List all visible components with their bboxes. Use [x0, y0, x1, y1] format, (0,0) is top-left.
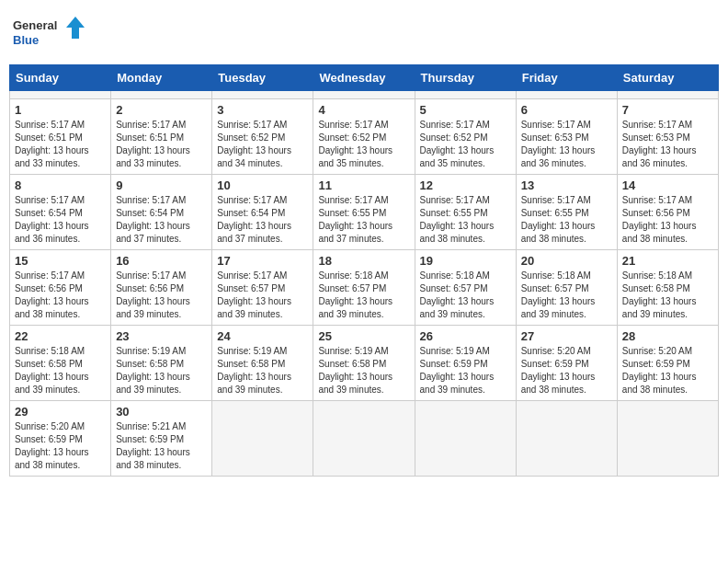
calendar-cell — [111, 91, 212, 99]
general-blue-logo-icon: General Blue — [13, 15, 86, 52]
week-row-3: 8 Sunrise: 5:17 AM Sunset: 6:54 PM Dayli… — [10, 175, 719, 250]
day-info: Sunrise: 5:20 AM Sunset: 6:59 PM Dayligh… — [622, 345, 713, 396]
week-row-6: 29 Sunrise: 5:20 AM Sunset: 6:59 PM Dayl… — [10, 401, 719, 477]
day-number: 24 — [217, 329, 308, 343]
day-number: 21 — [622, 254, 713, 268]
day-info: Sunrise: 5:17 AM Sunset: 6:56 PM Dayligh… — [15, 270, 106, 321]
day-info: Sunrise: 5:17 AM Sunset: 6:55 PM Dayligh… — [521, 194, 612, 246]
day-info: Sunrise: 5:18 AM Sunset: 6:57 PM Dayligh… — [521, 270, 612, 321]
calendar-cell: 8 Sunrise: 5:17 AM Sunset: 6:54 PM Dayli… — [10, 175, 111, 250]
day-info: Sunrise: 5:19 AM Sunset: 6:59 PM Dayligh… — [420, 345, 511, 396]
day-number: 16 — [116, 254, 207, 268]
calendar-cell: 25 Sunrise: 5:19 AM Sunset: 6:58 PM Dayl… — [313, 326, 415, 401]
day-info: Sunrise: 5:18 AM Sunset: 6:57 PM Dayligh… — [420, 270, 511, 321]
svg-marker-2 — [66, 17, 85, 39]
calendar-cell: 15 Sunrise: 5:17 AM Sunset: 6:56 PM Dayl… — [10, 250, 111, 326]
day-info: Sunrise: 5:19 AM Sunset: 6:58 PM Dayligh… — [116, 345, 207, 396]
day-info: Sunrise: 5:17 AM Sunset: 6:51 PM Dayligh… — [116, 119, 207, 170]
calendar-cell: 17 Sunrise: 5:17 AM Sunset: 6:57 PM Dayl… — [212, 250, 313, 326]
day-number: 6 — [521, 103, 612, 117]
day-info: Sunrise: 5:20 AM Sunset: 6:59 PM Dayligh… — [521, 345, 612, 396]
calendar-header-row: SundayMondayTuesdayWednesdayThursdayFrid… — [10, 65, 719, 91]
day-header-saturday: Saturday — [617, 65, 718, 91]
day-number: 27 — [521, 329, 612, 343]
calendar-cell: 6 Sunrise: 5:17 AM Sunset: 6:53 PM Dayli… — [516, 99, 617, 175]
calendar-cell — [313, 401, 415, 477]
calendar-cell: 16 Sunrise: 5:17 AM Sunset: 6:56 PM Dayl… — [111, 250, 212, 326]
day-info: Sunrise: 5:17 AM Sunset: 6:54 PM Dayligh… — [15, 194, 106, 246]
calendar-cell: 7 Sunrise: 5:17 AM Sunset: 6:53 PM Dayli… — [617, 99, 718, 175]
calendar-cell: 18 Sunrise: 5:18 AM Sunset: 6:57 PM Dayl… — [313, 250, 415, 326]
calendar-cell: 12 Sunrise: 5:17 AM Sunset: 6:55 PM Dayl… — [415, 175, 516, 250]
day-info: Sunrise: 5:17 AM Sunset: 6:55 PM Dayligh… — [318, 194, 409, 246]
day-number: 22 — [15, 329, 106, 343]
calendar-cell: 29 Sunrise: 5:20 AM Sunset: 6:59 PM Dayl… — [10, 401, 111, 477]
calendar-cell — [617, 91, 718, 99]
calendar-cell: 20 Sunrise: 5:18 AM Sunset: 6:57 PM Dayl… — [516, 250, 617, 326]
day-info: Sunrise: 5:17 AM Sunset: 6:53 PM Dayligh… — [622, 119, 713, 170]
day-number: 4 — [318, 103, 409, 117]
day-info: Sunrise: 5:17 AM Sunset: 6:52 PM Dayligh… — [318, 119, 409, 170]
day-info: Sunrise: 5:21 AM Sunset: 6:59 PM Dayligh… — [116, 420, 207, 472]
day-number: 30 — [116, 405, 207, 419]
calendar-cell — [516, 401, 617, 477]
day-header-monday: Monday — [111, 65, 212, 91]
calendar-cell: 9 Sunrise: 5:17 AM Sunset: 6:54 PM Dayli… — [111, 175, 212, 250]
day-info: Sunrise: 5:17 AM Sunset: 6:53 PM Dayligh… — [521, 119, 612, 170]
day-header-thursday: Thursday — [415, 65, 516, 91]
calendar-cell: 3 Sunrise: 5:17 AM Sunset: 6:52 PM Dayli… — [212, 99, 313, 175]
week-row-5: 22 Sunrise: 5:18 AM Sunset: 6:58 PM Dayl… — [10, 326, 719, 401]
day-info: Sunrise: 5:17 AM Sunset: 6:56 PM Dayligh… — [622, 194, 713, 246]
day-number: 5 — [420, 103, 511, 117]
calendar-cell — [415, 401, 516, 477]
calendar-cell: 2 Sunrise: 5:17 AM Sunset: 6:51 PM Dayli… — [111, 99, 212, 175]
day-number: 7 — [622, 103, 713, 117]
week-row-4: 15 Sunrise: 5:17 AM Sunset: 6:56 PM Dayl… — [10, 250, 719, 326]
day-number: 18 — [318, 254, 409, 268]
day-info: Sunrise: 5:17 AM Sunset: 6:52 PM Dayligh… — [420, 119, 511, 170]
svg-text:General: General — [13, 18, 57, 32]
day-number: 28 — [622, 329, 713, 343]
calendar-cell — [617, 401, 718, 477]
day-number: 13 — [521, 178, 612, 192]
calendar-cell: 14 Sunrise: 5:17 AM Sunset: 6:56 PM Dayl… — [617, 175, 718, 250]
day-number: 9 — [116, 178, 207, 192]
calendar-cell — [212, 401, 313, 477]
day-info: Sunrise: 5:18 AM Sunset: 6:58 PM Dayligh… — [622, 270, 713, 321]
day-number: 2 — [116, 103, 207, 117]
day-info: Sunrise: 5:19 AM Sunset: 6:58 PM Dayligh… — [217, 345, 308, 396]
day-number: 29 — [15, 405, 106, 419]
calendar-cell: 28 Sunrise: 5:20 AM Sunset: 6:59 PM Dayl… — [617, 326, 718, 401]
calendar-cell — [313, 91, 415, 99]
day-number: 15 — [15, 254, 106, 268]
day-number: 19 — [420, 254, 511, 268]
calendar-cell: 23 Sunrise: 5:19 AM Sunset: 6:58 PM Dayl… — [111, 326, 212, 401]
calendar-cell — [10, 91, 111, 99]
day-info: Sunrise: 5:17 AM Sunset: 6:57 PM Dayligh… — [217, 270, 308, 321]
calendar-cell — [516, 91, 617, 99]
day-info: Sunrise: 5:17 AM Sunset: 6:52 PM Dayligh… — [217, 119, 308, 170]
calendar-cell: 11 Sunrise: 5:17 AM Sunset: 6:55 PM Dayl… — [313, 175, 415, 250]
day-number: 25 — [318, 329, 409, 343]
calendar-cell: 5 Sunrise: 5:17 AM Sunset: 6:52 PM Dayli… — [415, 99, 516, 175]
calendar-cell: 22 Sunrise: 5:18 AM Sunset: 6:58 PM Dayl… — [10, 326, 111, 401]
day-number: 14 — [622, 178, 713, 192]
day-info: Sunrise: 5:17 AM Sunset: 6:55 PM Dayligh… — [420, 194, 511, 246]
calendar-cell: 13 Sunrise: 5:17 AM Sunset: 6:55 PM Dayl… — [516, 175, 617, 250]
calendar-cell: 10 Sunrise: 5:17 AM Sunset: 6:54 PM Dayl… — [212, 175, 313, 250]
week-row-2: 1 Sunrise: 5:17 AM Sunset: 6:51 PM Dayli… — [10, 99, 719, 175]
svg-text:Blue: Blue — [13, 33, 39, 47]
calendar-cell: 19 Sunrise: 5:18 AM Sunset: 6:57 PM Dayl… — [415, 250, 516, 326]
day-number: 3 — [217, 103, 308, 117]
calendar-cell — [415, 91, 516, 99]
calendar-cell: 27 Sunrise: 5:20 AM Sunset: 6:59 PM Dayl… — [516, 326, 617, 401]
calendar-cell: 21 Sunrise: 5:18 AM Sunset: 6:58 PM Dayl… — [617, 250, 718, 326]
day-number: 8 — [15, 178, 106, 192]
calendar-cell: 30 Sunrise: 5:21 AM Sunset: 6:59 PM Dayl… — [111, 401, 212, 477]
day-header-friday: Friday — [516, 65, 617, 91]
day-number: 1 — [15, 103, 106, 117]
day-number: 20 — [521, 254, 612, 268]
day-number: 11 — [318, 178, 409, 192]
calendar-cell: 24 Sunrise: 5:19 AM Sunset: 6:58 PM Dayl… — [212, 326, 313, 401]
day-header-sunday: Sunday — [10, 65, 111, 91]
